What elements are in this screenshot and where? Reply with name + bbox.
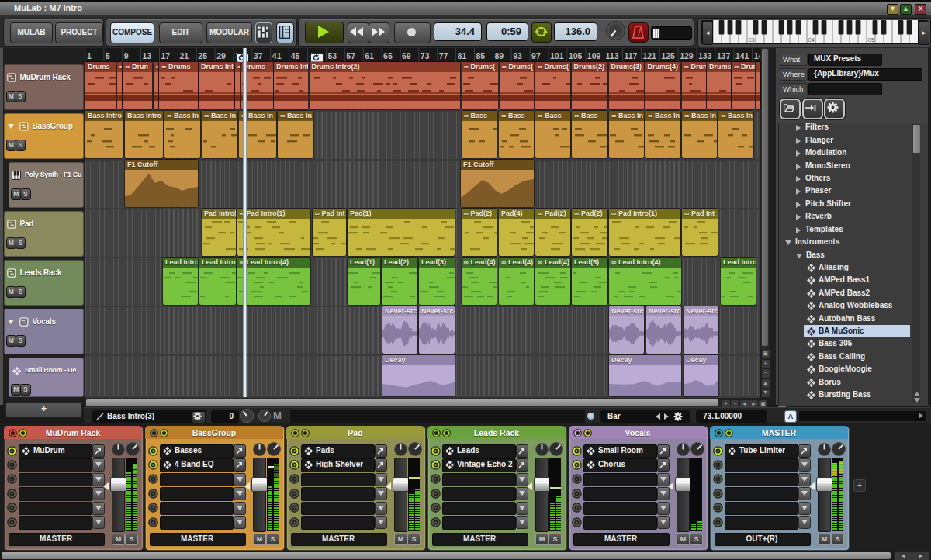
svg-text:69: 69 xyxy=(402,51,411,60)
svg-text:C4: C4 xyxy=(808,37,815,43)
svg-text:77: 77 xyxy=(439,51,448,60)
svg-text:53: 53 xyxy=(327,51,337,60)
svg-text:29: 29 xyxy=(216,51,226,60)
svg-text:37: 37 xyxy=(254,51,263,60)
svg-text:125: 125 xyxy=(661,51,675,60)
svg-text:9: 9 xyxy=(124,51,129,60)
svg-text:89: 89 xyxy=(494,51,504,60)
svg-text:65: 65 xyxy=(383,51,393,60)
svg-text:113: 113 xyxy=(606,51,619,60)
svg-text:109: 109 xyxy=(587,51,601,60)
svg-text:C5: C5 xyxy=(867,37,874,43)
svg-text:41: 41 xyxy=(272,51,282,60)
svg-text:93: 93 xyxy=(513,51,522,60)
svg-text:129: 129 xyxy=(680,51,694,60)
svg-text:21: 21 xyxy=(179,51,189,60)
svg-text:85: 85 xyxy=(476,51,486,60)
svg-text:57: 57 xyxy=(346,51,355,60)
svg-text:117: 117 xyxy=(625,51,638,60)
svg-text:25: 25 xyxy=(198,51,207,60)
svg-text:45: 45 xyxy=(291,51,300,60)
svg-text:61: 61 xyxy=(365,51,374,60)
svg-text:145: 145 xyxy=(754,51,760,60)
svg-text:133: 133 xyxy=(698,51,712,60)
svg-text:17: 17 xyxy=(161,51,171,60)
svg-text:137: 137 xyxy=(717,51,731,60)
svg-text:73: 73 xyxy=(421,51,430,60)
svg-text:81: 81 xyxy=(458,51,467,60)
svg-text:101: 101 xyxy=(550,51,564,60)
svg-text:105: 105 xyxy=(569,51,583,60)
svg-text:5: 5 xyxy=(106,51,110,60)
svg-text:13: 13 xyxy=(143,51,152,60)
svg-text:1: 1 xyxy=(87,51,92,60)
svg-text:141: 141 xyxy=(735,51,749,60)
svg-text:97: 97 xyxy=(531,51,541,60)
svg-text:C3: C3 xyxy=(748,37,755,43)
svg-text:121: 121 xyxy=(642,51,656,60)
